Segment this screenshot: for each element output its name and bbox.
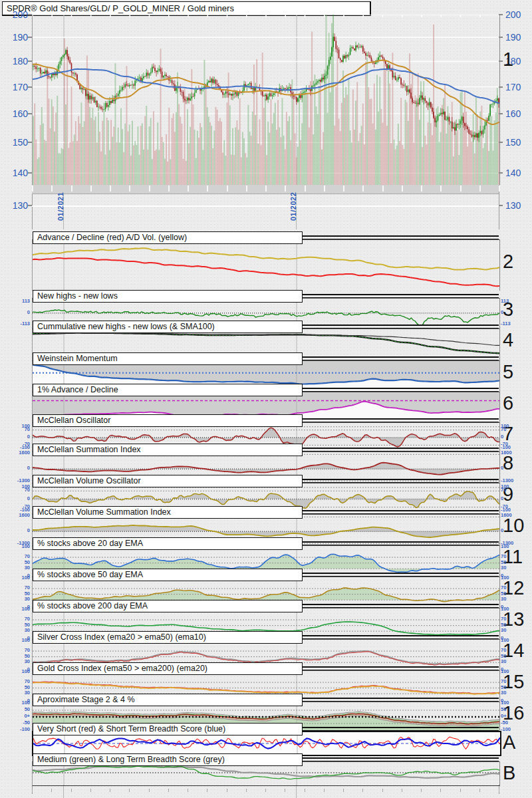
axis-label-p10: 0 xyxy=(1,528,30,533)
panel-number: A xyxy=(503,732,532,752)
panel-label-pB: Medium (green) & Long Term Breadth Score… xyxy=(33,753,303,766)
price-axis-label-left: 140 xyxy=(1,168,28,178)
axis-label-p3: 0 xyxy=(501,310,531,315)
panel-label-p9: McClellan Volume Oscillator xyxy=(33,475,303,487)
price-axis-label-right: 200 xyxy=(505,10,532,19)
month-tick xyxy=(285,186,286,192)
price-axis-tick xyxy=(499,14,503,15)
plot-right-edge xyxy=(499,185,499,229)
month-tick xyxy=(382,186,384,192)
axis-label-p16: 0+ xyxy=(501,714,531,719)
month-tick xyxy=(324,186,325,192)
bottom-month-tick xyxy=(402,789,402,792)
price-axis-tick xyxy=(499,172,503,174)
month-tick xyxy=(207,186,208,192)
bottom-month-tick xyxy=(382,789,383,792)
axis-label-p16: 50 xyxy=(1,707,30,712)
month-tick xyxy=(305,186,306,192)
bottom-month-tick xyxy=(479,789,480,792)
axis-label-p11: 30 xyxy=(501,565,531,571)
month-tick xyxy=(227,186,228,192)
month-tick xyxy=(479,186,481,192)
month-tick xyxy=(246,186,247,192)
cumulative-nh-nl xyxy=(33,332,499,353)
month-tick xyxy=(460,186,462,192)
axis-label-p13: 100 xyxy=(1,606,30,612)
panel-label-p8: McClellan Summation Index xyxy=(33,444,303,456)
panel-number: 1 xyxy=(503,49,532,69)
date-gridline xyxy=(296,785,297,798)
axis-label-p16: 0+ xyxy=(1,714,30,719)
axis-label-p8: 0 xyxy=(1,466,30,471)
axis-label-p7: 0 xyxy=(1,434,30,440)
panel-label-p14: Silver Cross Index (ema20 > ema50) (ema1… xyxy=(33,631,303,644)
axis-label-p15: 70 xyxy=(1,679,30,684)
month-tick xyxy=(265,186,267,192)
axis-label-p10: 1600 xyxy=(1,513,30,518)
price-axis-label-right: 190 xyxy=(505,33,532,42)
axis-label-p8: -1300 xyxy=(501,478,531,483)
axis-label-p13: 100 xyxy=(501,606,531,612)
axis-label-p9: 70 xyxy=(1,487,30,493)
price-axis-tick xyxy=(28,205,32,206)
panel-step-border xyxy=(299,666,499,670)
sma100 xyxy=(33,333,499,345)
month-tick-band xyxy=(32,185,499,194)
price-axis-label-left: 130 xyxy=(1,201,28,210)
panel-step-border xyxy=(299,541,499,545)
panel-step-border xyxy=(299,604,499,608)
axis-label-p14: 70 xyxy=(501,648,531,653)
panel-step-border xyxy=(299,325,499,329)
price-axis-tick xyxy=(28,142,32,143)
month-tick xyxy=(402,186,403,192)
price-axis-tick xyxy=(28,113,32,114)
advance-decline-red xyxy=(33,258,499,286)
panel-label-p12: % stocks above 50 day EMA xyxy=(33,569,303,581)
price-axis-label-left: 190 xyxy=(1,33,28,42)
axis-label-p15: 70 xyxy=(501,679,531,684)
price-axis-label-left: 150 xyxy=(1,138,28,147)
axis-label-p8: -1300 xyxy=(1,478,30,483)
panel-plot-p2[interactable] xyxy=(32,239,500,291)
p2-canvas[interactable] xyxy=(33,240,499,291)
very-short-red xyxy=(33,737,500,749)
axis-label-p13: 30 xyxy=(501,628,531,633)
main-chart-plot[interactable] xyxy=(32,15,500,185)
month-tick xyxy=(149,186,150,192)
panel-step-border xyxy=(299,573,499,577)
bottom-month-tick xyxy=(305,789,305,792)
price-axis-label-right: 130 xyxy=(505,201,532,210)
pA-canvas[interactable] xyxy=(33,732,500,755)
axis-label-p15: 100 xyxy=(501,669,531,674)
price-volume-canvas[interactable] xyxy=(33,15,499,185)
month-tick xyxy=(343,186,344,192)
month-tick xyxy=(90,186,92,192)
bottom-month-tick xyxy=(324,789,325,792)
price-axis-tick xyxy=(499,86,503,88)
axis-label-p3: 113 xyxy=(501,299,531,304)
bottom-month-tick xyxy=(460,789,461,792)
axis-label-p16: -100 xyxy=(1,727,30,732)
axis-label-p15: 30 xyxy=(501,690,531,696)
axis-label-p10: 0 xyxy=(501,528,531,533)
panel-step-border xyxy=(299,418,499,422)
price-axis-tick xyxy=(28,37,32,38)
gridline-130 xyxy=(32,205,499,207)
axis-label-p11: 100 xyxy=(501,544,531,549)
price-axis-label-right: 140 xyxy=(505,168,532,178)
axis-label-p12: 100 xyxy=(501,575,531,581)
price-axis-tick xyxy=(499,205,503,206)
chart-title: SPDR® Gold Shares/GLD/ P_GOLD_MINER / Go… xyxy=(2,1,371,16)
month-tick xyxy=(168,186,170,192)
axis-label-p11: 100 xyxy=(1,544,30,549)
axis-label-p12: 70 xyxy=(1,585,30,591)
axis-label-p8: 1600 xyxy=(501,450,531,456)
axis-label-p3: -113 xyxy=(1,321,30,327)
axis-label-p14: 30 xyxy=(501,659,531,664)
panel-label-p7: McClellan Oscillator xyxy=(33,414,303,427)
bottom-month-tick xyxy=(110,789,110,792)
price-axis-label-left: 200 xyxy=(1,10,28,19)
month-tick xyxy=(188,186,189,192)
axis-label-p12: 30 xyxy=(501,597,531,602)
panel-step-border xyxy=(299,727,499,731)
